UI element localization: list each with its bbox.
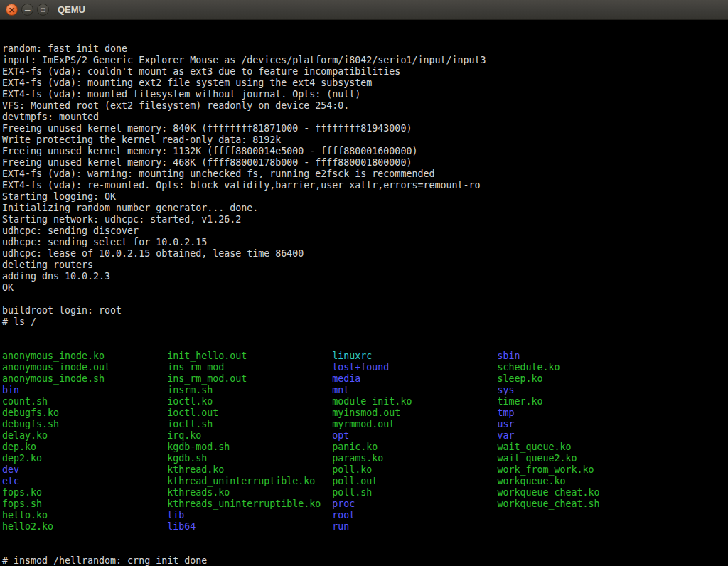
ls-entry-file: delay.ko bbox=[2, 430, 167, 442]
ls-entry-file: anonymous_inode.out bbox=[2, 362, 167, 373]
ls-column: linuxrclost+foundmediamntmodule_init.kom… bbox=[332, 351, 497, 533]
ls-entry-file: anonymous_inode.sh bbox=[2, 373, 167, 385]
console-line: Freeing unused kernel memory: 1132K (fff… bbox=[2, 146, 728, 157]
ls-entry-symlink: linuxrc bbox=[332, 351, 497, 362]
console-line: EXT4-fs (vda): mounting ext2 file system… bbox=[2, 78, 728, 89]
ls-entry-file: myrmmod.out bbox=[332, 419, 497, 430]
ls-entry-directory: bin bbox=[2, 385, 167, 396]
console-line: adding dns 10.0.2.3 bbox=[2, 271, 728, 282]
console-line: deleting routers bbox=[2, 260, 728, 271]
ls-entry-directory: sys bbox=[497, 385, 662, 396]
console-line: udhcpc: sending select for 10.0.2.15 bbox=[2, 237, 728, 248]
ls-entry-file: schedule.ko bbox=[497, 362, 662, 373]
window-controls: × − □ bbox=[6, 4, 49, 16]
ls-entry-file: wait_queue2.ko bbox=[497, 453, 662, 464]
maximize-button[interactable]: □ bbox=[37, 4, 49, 16]
ls-entry-file: irq.ko bbox=[167, 430, 332, 442]
console-line: EXT4-fs (vda): mounted filesystem withou… bbox=[2, 89, 728, 100]
console-line: VFS: Mounted root (ext2 filesystem) read… bbox=[2, 100, 728, 112]
ls-column: init_hello.outins_rm_modins_rm_mod.outin… bbox=[167, 351, 332, 533]
ls-entry-file: workqueue_cheat.sh bbox=[497, 498, 662, 510]
ls-entry-file: ioctl.ko bbox=[167, 396, 332, 407]
ls-entry-file: count.sh bbox=[2, 396, 167, 407]
ls-entry-directory: opt bbox=[332, 430, 497, 442]
close-button[interactable]: × bbox=[6, 4, 18, 16]
ls-entry-directory: sbin bbox=[497, 351, 662, 362]
ls-entry-directory: usr bbox=[497, 419, 662, 430]
ls-entry-directory: lost+found bbox=[332, 362, 497, 373]
ls-entry-file: ins_rm_mod bbox=[167, 362, 332, 373]
ls-entry-file: panic.ko bbox=[332, 442, 497, 453]
ls-entry-directory: media bbox=[332, 373, 497, 385]
ls-entry-file: kthread.ko bbox=[167, 464, 332, 476]
console-line: udhcpc: lease of 10.0.2.15 obtained, lea… bbox=[2, 248, 728, 260]
console-line: Initializing random number generator... … bbox=[2, 203, 728, 214]
console-line: EXT4-fs (vda): warning: mounting uncheck… bbox=[2, 169, 728, 180]
ls-entry-directory: lib64 bbox=[167, 521, 332, 533]
ls-entry-file: anonymous_inode.ko bbox=[2, 351, 167, 362]
console-line: OK bbox=[2, 282, 728, 294]
console-line: Starting network: udhcpc: started, v1.26… bbox=[2, 214, 728, 225]
window-title: QEMU bbox=[58, 4, 85, 15]
console-line: # insmod /hellrandom: crng init done bbox=[2, 555, 728, 566]
ls-entry-file: dep2.ko bbox=[2, 453, 167, 464]
ls-entry-file: kgdb-mod.sh bbox=[167, 442, 332, 453]
ls-entry-file: kthread_uninterruptible.ko bbox=[167, 476, 332, 487]
ls-entry-file: kgdb.sh bbox=[167, 453, 332, 464]
ls-entry-file: workqueue.ko bbox=[497, 476, 662, 487]
minimize-button[interactable]: − bbox=[21, 4, 33, 16]
ls-entry-directory: lib bbox=[167, 510, 332, 521]
ls-entry-file: poll.out bbox=[332, 476, 497, 487]
ls-entry-file: kthreads.ko bbox=[167, 487, 332, 498]
ls-entry-file: debugfs.sh bbox=[2, 419, 167, 430]
ls-entry-file: dep.ko bbox=[2, 442, 167, 453]
ls-entry-directory: var bbox=[497, 430, 662, 442]
ls-entry-directory: mnt bbox=[332, 385, 497, 396]
ls-entry-file: hello.ko bbox=[2, 510, 167, 521]
ls-entry-file: kthreads_uninterruptible.ko bbox=[167, 498, 332, 510]
console-line: Freeing unused kernel memory: 468K (ffff… bbox=[2, 157, 728, 169]
ls-entry-directory: proc bbox=[332, 498, 497, 510]
ls-entry-file: fops.sh bbox=[2, 498, 167, 510]
ls-entry-directory: etc bbox=[2, 476, 167, 487]
console-line: Starting logging: OK bbox=[2, 191, 728, 203]
ls-entry-file: timer.ko bbox=[497, 396, 662, 407]
ls-entry-file: sleep.ko bbox=[497, 373, 662, 385]
ls-entry-directory: dev bbox=[2, 464, 167, 476]
close-icon: × bbox=[8, 6, 15, 14]
ls-entry-file: hello2.ko bbox=[2, 521, 167, 533]
ls-entry-file: myinsmod.out bbox=[332, 407, 497, 419]
console-line: input: ImExPS/2 Generic Explorer Mouse a… bbox=[2, 55, 728, 66]
ls-entry-file: poll.ko bbox=[332, 464, 497, 476]
ls-entry-file: insrm.sh bbox=[167, 385, 332, 396]
console-line: udhcpc: sending discover bbox=[2, 225, 728, 237]
ls-entry-file: ins_rm_mod.out bbox=[167, 373, 332, 385]
ls-column: anonymous_inode.koanonymous_inode.outano… bbox=[2, 351, 167, 533]
ls-entry-file: ioctl.out bbox=[167, 407, 332, 419]
console-line: EXT4-fs (vda): re-mounted. Opts: block_v… bbox=[2, 180, 728, 191]
ls-entry-file: fops.ko bbox=[2, 487, 167, 498]
ls-entry-file: workqueue_cheat.ko bbox=[497, 487, 662, 498]
ls-entry-file: ioctl.sh bbox=[167, 419, 332, 430]
tail-lines: # insmod /hellrandom: crng init done# in… bbox=[2, 555, 728, 566]
console-line: Freeing unused kernel memory: 840K (ffff… bbox=[2, 123, 728, 134]
console-line bbox=[2, 294, 728, 305]
ls-column: sbinschedule.kosleep.kosystimer.kotmpusr… bbox=[497, 351, 662, 533]
ls-entry-file: module_init.ko bbox=[332, 396, 497, 407]
ls-entry-file: work_from_work.ko bbox=[497, 464, 662, 476]
console-line: devtmpfs: mounted bbox=[2, 112, 728, 123]
boot-lines: random: fast init doneinput: ImExPS/2 Ge… bbox=[2, 43, 728, 328]
maximize-icon: □ bbox=[41, 7, 46, 13]
ls-entry-file: params.ko bbox=[332, 453, 497, 464]
terminal-screen[interactable]: random: fast init doneinput: ImExPS/2 Ge… bbox=[0, 20, 728, 566]
ls-entry-file: wait_queue.ko bbox=[497, 442, 662, 453]
console-line: # ls / bbox=[2, 316, 728, 328]
ls-listing: anonymous_inode.koanonymous_inode.outano… bbox=[2, 351, 728, 533]
ls-entry-directory: run bbox=[332, 521, 497, 533]
window-titlebar: × − □ QEMU bbox=[0, 0, 728, 20]
ls-entry-directory: root bbox=[332, 510, 497, 521]
minimize-icon: − bbox=[23, 6, 31, 14]
ls-entry-file: init_hello.out bbox=[167, 351, 332, 362]
console-line: buildroot login: root bbox=[2, 305, 728, 316]
ls-entry-directory: tmp bbox=[497, 407, 662, 419]
